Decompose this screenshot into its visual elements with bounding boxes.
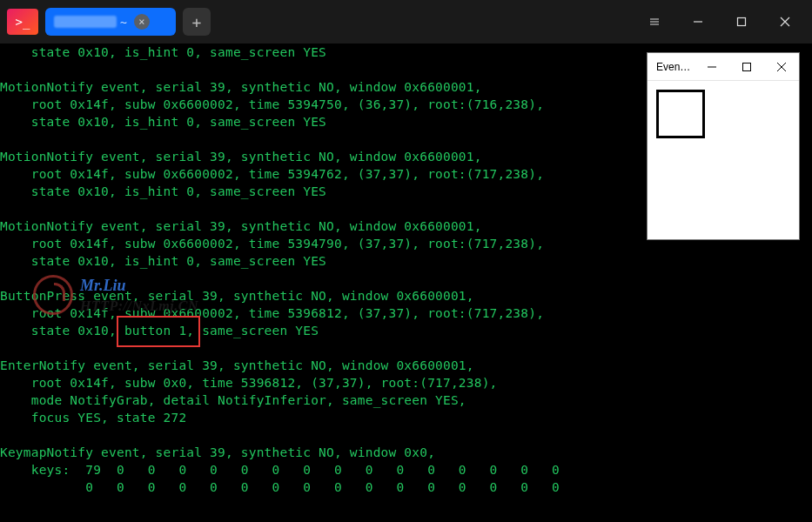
tab-title-blurred: [54, 16, 117, 28]
terminal-line: root 0x14f, subw 0x0, time 5396812, (37,…: [0, 374, 812, 392]
tab-active[interactable]: ~ ×: [45, 8, 176, 36]
close-button[interactable]: [765, 8, 805, 36]
event-window-titlebar[interactable]: Even…: [648, 53, 799, 81]
window-controls: [634, 8, 805, 36]
terminal-line: [0, 426, 812, 444]
event-canvas[interactable]: [656, 90, 705, 138]
terminal-app-icon[interactable]: >_: [7, 9, 38, 35]
terminal-line: 0 0 0 0 0 0 0 0 0 0 0 0 0 0 0 0: [0, 478, 812, 496]
maximize-button[interactable]: [721, 8, 762, 36]
svg-rect-0: [738, 18, 746, 26]
event-close-button[interactable]: [764, 54, 799, 80]
titlebar: >_ ~ × +: [0, 0, 812, 44]
terminal-line: KeymapNotify event, serial 39, synthetic…: [0, 444, 812, 461]
terminal-line: state 0x10, button 1, same_screen YES: [0, 322, 812, 339]
hamburger-menu-icon[interactable]: [634, 8, 674, 36]
terminal-line: mode NotifyGrab, detail NotifyInferior, …: [0, 392, 812, 409]
event-window-title: Even…: [656, 61, 695, 73]
tab-close-button[interactable]: ×: [134, 14, 150, 30]
tab-strip: ~ × +: [45, 8, 211, 36]
new-tab-button[interactable]: +: [183, 8, 211, 36]
terminal-line: EnterNotify event, serial 39, synthetic …: [0, 357, 812, 374]
event-maximize-button[interactable]: [729, 54, 764, 80]
terminal-line: focus YES, state 272: [0, 409, 812, 426]
tab-title: ~: [54, 16, 127, 29]
terminal-line: state 0x10, is_hint 0, same_screen YES: [0, 252, 812, 270]
terminal-line: root 0x14f, subw 0x6600002, time 5396812…: [0, 304, 812, 322]
terminal-line: [0, 339, 812, 357]
minimize-button[interactable]: [678, 8, 718, 36]
event-minimize-button[interactable]: [695, 54, 729, 80]
terminal-line: [0, 270, 812, 287]
terminal-line: keys: 79 0 0 0 0 0 0 0 0 0 0 0 0 0 0 0: [0, 461, 812, 478]
tab-title-suffix: ~: [120, 16, 127, 29]
terminal-line: ButtonPress event, serial 39, synthetic …: [0, 287, 812, 304]
svg-rect-1: [743, 63, 751, 70]
event-window-body[interactable]: [648, 81, 799, 147]
event-tester-window[interactable]: Even…: [647, 52, 800, 240]
